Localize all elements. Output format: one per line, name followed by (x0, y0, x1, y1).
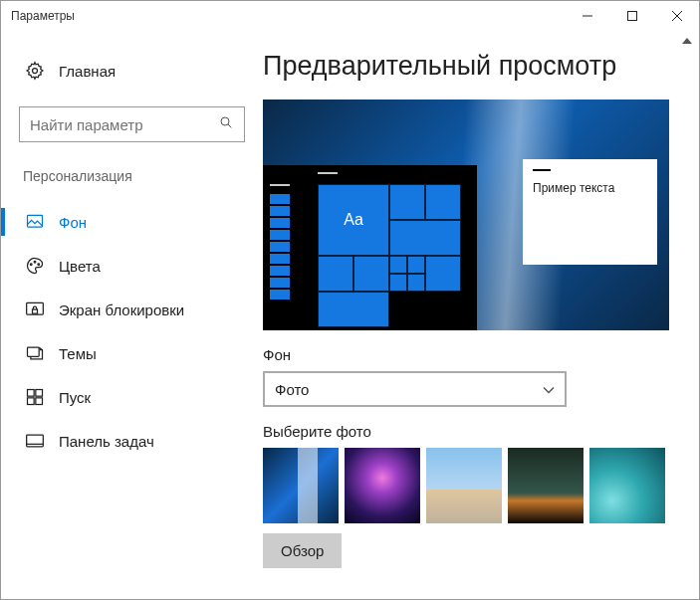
sidebar-item-home[interactable]: Главная (19, 51, 245, 91)
svg-point-11 (38, 264, 40, 266)
gear-icon (25, 61, 45, 81)
svg-rect-16 (36, 390, 43, 397)
photo-thumb[interactable] (263, 448, 339, 523)
background-preview: Aa При (263, 100, 669, 330)
window-title: Параметры (11, 9, 565, 23)
maximize-button[interactable] (609, 1, 654, 31)
svg-line-7 (228, 124, 231, 127)
svg-marker-4 (682, 38, 692, 44)
svg-rect-18 (36, 398, 43, 405)
svg-rect-17 (28, 398, 35, 405)
select-value: Фото (275, 381, 309, 398)
sidebar-item-background[interactable]: Фон (19, 202, 245, 242)
preview-window-sample: Пример текста (523, 159, 657, 265)
titlebar: Параметры (1, 1, 699, 31)
sidebar-item-label: Главная (59, 63, 116, 80)
taskbar-icon (25, 431, 45, 451)
photo-thumb[interactable] (345, 448, 420, 523)
browse-button[interactable]: Обзор (263, 533, 342, 568)
svg-point-10 (34, 261, 36, 263)
themes-icon (25, 343, 45, 363)
sidebar-item-themes[interactable]: Темы (19, 333, 245, 373)
scroll-up-icon[interactable] (680, 31, 694, 51)
photo-thumb[interactable] (508, 448, 583, 523)
sidebar-item-label: Пуск (59, 389, 91, 406)
start-icon (25, 387, 45, 407)
search-icon (218, 114, 234, 134)
main-pane: Предварительный просмотр Aa (255, 31, 679, 599)
search-field[interactable] (30, 116, 219, 133)
svg-rect-15 (28, 390, 35, 397)
svg-rect-14 (28, 347, 40, 356)
scrollbar[interactable] (678, 31, 696, 597)
background-label: Фон (263, 346, 671, 363)
sidebar: Главная Персонализация Фон Цвета Э (1, 31, 255, 599)
svg-point-9 (30, 264, 32, 266)
sidebar-item-label: Фон (59, 214, 87, 231)
svg-rect-8 (28, 215, 43, 227)
photo-thumb[interactable] (589, 448, 665, 523)
sidebar-item-label: Темы (59, 345, 97, 362)
palette-icon (25, 256, 45, 276)
preview-start-overlay: Aa (263, 165, 477, 330)
photo-thumb[interactable] (426, 448, 502, 523)
choose-photo-label: Выберите фото (263, 423, 671, 440)
preview-tile-aa: Aa (318, 184, 389, 256)
sidebar-item-taskbar[interactable]: Панель задач (19, 421, 245, 461)
minimize-button[interactable] (565, 1, 609, 31)
sidebar-item-lockscreen[interactable]: Экран блокировки (19, 290, 245, 329)
page-heading: Предварительный просмотр (263, 51, 671, 82)
chevron-down-icon (543, 381, 555, 398)
sidebar-item-label: Панель задач (59, 433, 154, 450)
svg-rect-19 (27, 435, 44, 447)
sidebar-item-label: Экран блокировки (59, 301, 184, 318)
search-input[interactable] (19, 106, 245, 142)
window-controls (565, 1, 699, 30)
svg-rect-12 (27, 302, 44, 314)
lockscreen-icon (25, 300, 45, 319)
sidebar-section-title: Персонализация (23, 168, 245, 184)
background-type-select[interactable]: Фото (263, 371, 567, 407)
picture-icon (25, 212, 45, 232)
svg-rect-1 (627, 12, 636, 21)
svg-point-5 (33, 69, 38, 74)
sidebar-item-start[interactable]: Пуск (19, 377, 245, 417)
close-button[interactable] (654, 1, 699, 31)
svg-point-6 (221, 117, 229, 125)
svg-rect-13 (33, 309, 38, 313)
sidebar-item-label: Цвета (59, 258, 101, 275)
photo-thumbnails (263, 448, 671, 523)
sidebar-item-colors[interactable]: Цвета (19, 246, 245, 286)
